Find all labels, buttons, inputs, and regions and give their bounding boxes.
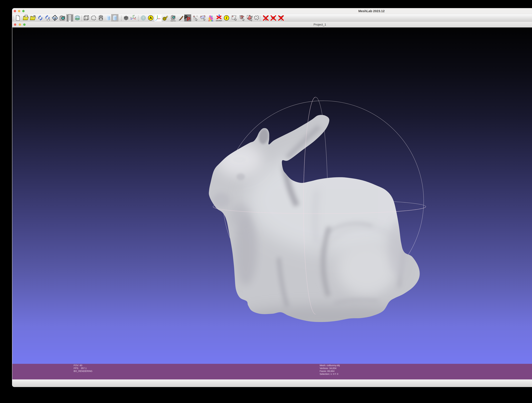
svg-text:Z: Z [131, 17, 131, 19]
svg-text:P: P [187, 16, 190, 22]
svg-text:Y: Y [134, 15, 135, 16]
svg-text:X: X [135, 17, 136, 19]
svg-text:Alignment: Alignment [171, 20, 176, 21]
svg-text:A: A [149, 16, 152, 20]
svg-text:GEOREF: GEOREF [216, 20, 222, 21]
svg-text:i: i [226, 16, 227, 20]
